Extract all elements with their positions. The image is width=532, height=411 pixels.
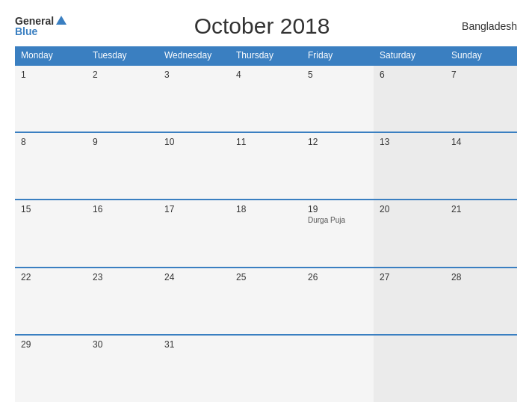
day-number: 6 bbox=[380, 69, 439, 80]
calendar-week-row: 293031 bbox=[15, 335, 517, 402]
calendar-cell bbox=[302, 335, 374, 402]
day-number: 29 bbox=[21, 339, 81, 350]
day-number: 17 bbox=[164, 204, 224, 214]
day-number: 30 bbox=[93, 339, 152, 350]
calendar-cell: 14 bbox=[445, 132, 517, 200]
day-number: 24 bbox=[164, 272, 224, 282]
calendar-title: October 2018 bbox=[66, 13, 457, 39]
calendar-cell bbox=[230, 335, 302, 402]
day-number: 7 bbox=[451, 69, 511, 80]
day-number: 2 bbox=[93, 69, 152, 80]
logo-triangle-icon bbox=[56, 16, 66, 25]
calendar-table: Monday Tuesday Wednesday Thursday Friday… bbox=[15, 46, 517, 402]
calendar-cell: 6 bbox=[374, 65, 445, 132]
logo: General Blue bbox=[15, 16, 66, 37]
day-number: 23 bbox=[93, 272, 152, 282]
calendar-cell: 13 bbox=[374, 132, 445, 200]
calendar-cell: 23 bbox=[87, 268, 158, 335]
calendar-week-row: 22232425262728 bbox=[15, 268, 517, 335]
calendar-cell: 30 bbox=[87, 335, 158, 402]
calendar-cell: 11 bbox=[230, 132, 302, 200]
calendar-cell: 19Durga Puja bbox=[302, 200, 374, 267]
calendar-week-row: 1234567 bbox=[15, 65, 517, 132]
calendar-cell: 7 bbox=[445, 65, 517, 132]
calendar-cell: 18 bbox=[230, 200, 302, 267]
calendar-cell: 15 bbox=[15, 200, 87, 267]
day-number: 10 bbox=[164, 137, 224, 147]
logo-stack: General Blue bbox=[15, 16, 66, 37]
day-number: 5 bbox=[308, 69, 368, 80]
day-number: 4 bbox=[236, 69, 296, 80]
calendar-cell: 31 bbox=[158, 335, 230, 402]
calendar-cell: 2 bbox=[87, 65, 158, 132]
day-number: 18 bbox=[236, 204, 296, 214]
day-number: 11 bbox=[236, 137, 296, 147]
calendar-cell: 3 bbox=[158, 65, 230, 132]
day-number: 25 bbox=[236, 272, 296, 282]
calendar-page: General Blue October 2018 Bangladesh Mon… bbox=[0, 0, 532, 411]
calendar-week-row: 891011121314 bbox=[15, 132, 517, 200]
calendar-cell: 21 bbox=[445, 200, 517, 267]
day-number: 15 bbox=[21, 204, 81, 214]
day-number: 3 bbox=[164, 69, 224, 80]
day-number: 26 bbox=[308, 272, 368, 282]
day-number: 22 bbox=[21, 272, 81, 282]
calendar-cell: 27 bbox=[374, 268, 445, 335]
weekday-header-row: Monday Tuesday Wednesday Thursday Friday… bbox=[15, 46, 517, 65]
header: General Blue October 2018 Bangladesh bbox=[15, 13, 517, 39]
day-number: 20 bbox=[380, 204, 439, 214]
col-wednesday: Wednesday bbox=[158, 46, 230, 65]
logo-row1: General bbox=[15, 16, 66, 26]
calendar-cell: 20 bbox=[374, 200, 445, 267]
day-number: 9 bbox=[93, 137, 152, 147]
logo-general-text: General bbox=[15, 16, 54, 26]
day-number: 1 bbox=[21, 69, 81, 80]
calendar-cell: 29 bbox=[15, 335, 87, 402]
day-number: 14 bbox=[451, 137, 511, 147]
col-tuesday: Tuesday bbox=[87, 46, 158, 65]
event-label: Durga Puja bbox=[308, 216, 368, 224]
calendar-cell: 17 bbox=[158, 200, 230, 267]
col-thursday: Thursday bbox=[230, 46, 302, 65]
calendar-cell: 8 bbox=[15, 132, 87, 200]
day-number: 8 bbox=[21, 137, 81, 147]
day-number: 21 bbox=[451, 204, 511, 214]
day-number: 13 bbox=[380, 137, 439, 147]
calendar-cell: 28 bbox=[445, 268, 517, 335]
calendar-cell bbox=[445, 335, 517, 402]
calendar-cell: 16 bbox=[87, 200, 158, 267]
calendar-week-row: 1516171819Durga Puja2021 bbox=[15, 200, 517, 267]
logo-blue-text: Blue bbox=[15, 26, 66, 37]
country-label: Bangladesh bbox=[457, 20, 517, 32]
calendar-cell: 26 bbox=[302, 268, 374, 335]
day-number: 27 bbox=[380, 272, 439, 282]
calendar-cell: 9 bbox=[87, 132, 158, 200]
calendar-cell: 4 bbox=[230, 65, 302, 132]
day-number: 28 bbox=[451, 272, 511, 282]
day-number: 12 bbox=[308, 137, 368, 147]
col-monday: Monday bbox=[15, 46, 87, 65]
calendar-cell: 10 bbox=[158, 132, 230, 200]
calendar-cell: 25 bbox=[230, 268, 302, 335]
col-sunday: Sunday bbox=[445, 46, 517, 65]
calendar-cell: 5 bbox=[302, 65, 374, 132]
col-friday: Friday bbox=[302, 46, 374, 65]
day-number: 19 bbox=[308, 204, 368, 214]
calendar-cell: 12 bbox=[302, 132, 374, 200]
day-number: 31 bbox=[164, 339, 224, 350]
day-number: 16 bbox=[93, 204, 152, 214]
col-saturday: Saturday bbox=[374, 46, 445, 65]
calendar-cell: 22 bbox=[15, 268, 87, 335]
calendar-cell: 24 bbox=[158, 268, 230, 335]
calendar-cell: 1 bbox=[15, 65, 87, 132]
calendar-cell bbox=[374, 335, 445, 402]
